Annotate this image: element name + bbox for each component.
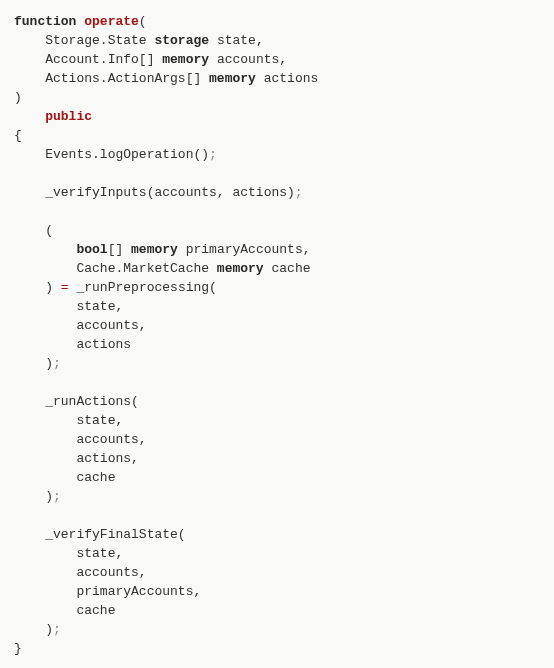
type-name: Cache.MarketCache [76, 261, 209, 276]
param-type: Actions.ActionArgs[] [45, 71, 201, 86]
param-type: Storage.State [45, 33, 146, 48]
call-close: ) [45, 622, 53, 637]
function-call: _verifyFinalState( [45, 527, 185, 542]
param-name: actions [264, 71, 319, 86]
arg: cache [76, 603, 115, 618]
tuple-close: ) [45, 280, 53, 295]
keyword-memory: memory [209, 71, 256, 86]
statement: Events.logOperation() [45, 147, 209, 162]
open-paren: ( [139, 14, 147, 29]
arg: actions [76, 337, 131, 352]
operator-equals: = [61, 280, 69, 295]
semicolon: ; [295, 185, 303, 200]
keyword-function: function [14, 14, 76, 29]
keyword-storage: storage [154, 33, 209, 48]
semicolon: ; [53, 356, 61, 371]
arg: state, [76, 299, 123, 314]
code-block: function operate( Storage.State storage … [14, 12, 540, 658]
semicolon: ; [53, 622, 61, 637]
arg: cache [76, 470, 115, 485]
statement: _verifyInputs(accounts, actions) [45, 185, 295, 200]
arg: primaryAccounts, [76, 584, 201, 599]
function-name: operate [84, 14, 139, 29]
keyword-memory: memory [217, 261, 264, 276]
param-type: Account.Info[] [45, 52, 154, 67]
keyword-memory: memory [162, 52, 209, 67]
function-call: _runActions( [45, 394, 139, 409]
var-name: cache [271, 261, 310, 276]
open-brace: { [14, 128, 22, 143]
arg: accounts, [76, 318, 146, 333]
arg: state, [76, 413, 123, 428]
arg: accounts, [76, 565, 146, 580]
semicolon: ; [209, 147, 217, 162]
semicolon: ; [53, 489, 61, 504]
arg: accounts, [76, 432, 146, 447]
param-name: accounts, [217, 52, 287, 67]
param-name: state, [217, 33, 264, 48]
arg: state, [76, 546, 123, 561]
keyword-bool: bool [76, 242, 107, 257]
tuple-open: ( [45, 223, 53, 238]
array-brackets: [] [108, 242, 124, 257]
function-call: _runPreprocessing( [76, 280, 216, 295]
keyword-memory: memory [131, 242, 178, 257]
keyword-public: public [45, 109, 92, 124]
close-brace: } [14, 641, 22, 656]
call-close: ) [45, 356, 53, 371]
call-close: ) [45, 489, 53, 504]
var-name: primaryAccounts, [186, 242, 311, 257]
arg: actions, [76, 451, 138, 466]
close-paren: ) [14, 90, 22, 105]
